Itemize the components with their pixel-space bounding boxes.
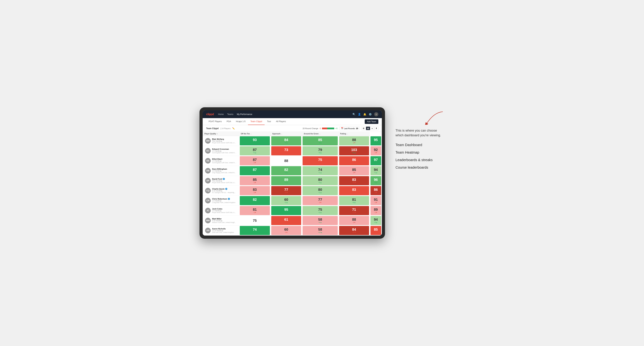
table-row[interactable]: CR Chris Robertson ✓ 1-5 Handicap Craigm…: [203, 196, 382, 206]
metric-value: 103: [351, 148, 357, 152]
grid-view-button[interactable]: ⊞: [362, 127, 366, 130]
nav-teams[interactable]: Teams: [227, 112, 233, 116]
player-avatar: CR: [205, 198, 211, 203]
player-cell-6[interactable]: CR Chris Robertson ✓ 1-5 Handicap Craigm…: [203, 196, 239, 206]
th-off-tee[interactable]: Off the Tee —: [239, 132, 270, 136]
metric-value: 85: [318, 138, 322, 142]
metric-value: 75: [318, 208, 322, 211]
player-name: Elliot Ebert: [212, 158, 236, 160]
metric-box: 74 +1▲: [302, 166, 338, 175]
metric-around-2: 86 -6▼: [338, 156, 370, 166]
player-avatar: AN: [205, 228, 211, 233]
metric-around-5: 83 -6▼: [338, 186, 370, 196]
metric-value: 83: [352, 178, 356, 181]
metric-around-8: 88 -2▼: [338, 216, 370, 226]
annotation-team-heatmap: Team Heatmap: [396, 151, 444, 155]
table-row[interactable]: AN Aaron Nicholls 11-15 Handicap Drift G…: [203, 226, 382, 236]
metric-box: 88 -2▼: [339, 216, 369, 225]
metric-box: 91 -3▼: [370, 196, 381, 205]
th-player-quality[interactable]: Player Quality ▼: [203, 132, 239, 136]
bell-icon[interactable]: 🔔: [363, 113, 366, 116]
metric-value: 77: [284, 188, 288, 191]
player-name: Aaron Nicholls: [212, 228, 236, 230]
annotation-arrow: [396, 111, 444, 125]
table-row[interactable]: EC Edward Crossman 1-5 Handicap Sunningd…: [203, 146, 382, 156]
metric-approach-6: 77 -3▼: [302, 196, 338, 206]
th-approach[interactable]: Approach —: [270, 132, 302, 136]
player-club: Sunningdale Golf Club, United Kingdom: [212, 152, 236, 154]
table-row[interactable]: DB Dave Billingham 1-5 Handicap Gog Mago…: [203, 166, 382, 176]
sub-nav-hcaps[interactable]: Hcaps 1-5: [234, 118, 248, 125]
data-table: Player Quality ▼ Off the Tee — Approach …: [203, 132, 382, 236]
metric-value: 88: [284, 159, 288, 163]
metric-box: 92 -3▼: [370, 146, 381, 155]
player-club: Sunningdale Golf Club, United Kingdom: [212, 162, 236, 164]
search-icon[interactable]: 🔍: [352, 113, 356, 116]
edit-icon[interactable]: ✏️: [232, 127, 235, 130]
metric-quality-7: 81 -3▼: [239, 206, 270, 216]
metric-around-3: 85 -3▼: [338, 166, 370, 176]
settings-icon[interactable]: ⚙️: [369, 113, 372, 116]
metric-value: 85: [352, 168, 356, 172]
player-cell-5[interactable]: CQ Charlie Quick ✓ 6-10 Handicap St. Geo…: [203, 186, 239, 196]
metric-value: 84: [284, 138, 288, 142]
player-cell-7[interactable]: JC Josh Coles 1-5 Handicap Royal North D…: [203, 206, 239, 216]
th-putting[interactable]: Putting —: [338, 132, 370, 136]
metric-box: 85 -4▼: [370, 226, 381, 235]
player-club: Royal North Devon Golf Club, United King…: [212, 142, 236, 144]
round-change-section: 20 Round Change -5 +5: [302, 127, 338, 130]
annotation-team-dashboard: Team Dashboard: [396, 143, 444, 147]
metric-quality-6: 82 +3▲: [239, 196, 270, 206]
sub-nav-tour[interactable]: Tour: [264, 118, 274, 125]
metric-tee-6: 60 +2▲: [270, 196, 302, 206]
player-cell-9[interactable]: AN Aaron Nicholls 11-15 Handicap Drift G…: [203, 226, 239, 236]
add-team-button[interactable]: Add Team: [365, 119, 378, 124]
metric-box: 75 +2▲: [302, 206, 338, 215]
table-row[interactable]: BM Blair McHarg Plus Handicap Royal Nort…: [203, 136, 382, 146]
table-row[interactable]: MM Matt Miller 6-10 Handicap Woburn Golf…: [203, 216, 382, 226]
metric-box: 95 +8▲: [271, 206, 301, 215]
table-header-row: Player Quality ▼ Off the Tee — Approach …: [203, 132, 382, 136]
metric-box: 83 -6▼: [339, 186, 369, 195]
metric-value: 88: [352, 138, 356, 142]
player-cell-2[interactable]: EE Elliot Ebert 1-5 Handicap Sunningdale…: [203, 156, 239, 166]
list-view-button[interactable]: ≡: [370, 127, 374, 130]
metric-putting-4: 96 +3▲: [370, 176, 382, 186]
sub-nav-team-clippd[interactable]: Team Clippd: [248, 118, 264, 125]
metric-quality-9: 74 +8▲: [239, 226, 270, 236]
player-cell-4[interactable]: DF David Ford ✓ Plus Handicap Royal Nort…: [203, 176, 239, 186]
user-icon[interactable]: 👤: [358, 113, 361, 116]
metric-value: 87: [253, 158, 257, 162]
more-view-button[interactable]: ⬇: [374, 127, 378, 130]
player-handicap: 1-5 Handicap: [212, 160, 236, 162]
metric-box: 79 +9▲: [302, 146, 338, 155]
last-rounds-button[interactable]: 📅 Last Rounds: 20: [339, 127, 360, 130]
player-cell-3[interactable]: DB Dave Billingham 1-5 Handicap Gog Mago…: [203, 166, 239, 176]
sub-nav-all-players[interactable]: All Players: [274, 118, 288, 125]
table-row[interactable]: DF David Ford ✓ Plus Handicap Royal Nort…: [203, 176, 382, 186]
annotation-course-leaderboards: Course leaderboards: [396, 166, 444, 170]
player-cell-1[interactable]: EC Edward Crossman 1-5 Handicap Sunningd…: [203, 146, 239, 156]
metric-value: 77: [318, 198, 322, 201]
nav-my-performance[interactable]: My Performance: [237, 112, 252, 116]
metric-tee-3: 82 +4▲: [270, 166, 302, 176]
metric-box: 96 +3▲: [370, 176, 381, 185]
player-handicap: 1-5 Handicap: [212, 200, 236, 202]
metric-box: 87 +4▲: [240, 166, 270, 175]
table-view-button[interactable]: ▦: [366, 127, 370, 130]
sub-nav-pgat[interactable]: PGAT Players: [206, 118, 224, 125]
table-row[interactable]: CQ Charlie Quick ✓ 6-10 Handicap St. Geo…: [203, 186, 382, 196]
player-name: Charlie Quick ✓: [212, 188, 236, 190]
sub-nav-pga[interactable]: PGA: [224, 118, 234, 125]
metric-value: 95: [284, 208, 288, 211]
player-cell-8[interactable]: MM Matt Miller 6-10 Handicap Woburn Golf…: [203, 216, 239, 226]
metric-tee-5: 77 -14▼: [270, 186, 302, 196]
nav-home[interactable]: Home: [218, 112, 224, 116]
user-avatar[interactable]: U: [374, 112, 378, 116]
th-around-green[interactable]: Around the Green —: [302, 132, 338, 136]
metric-value: 58: [318, 218, 322, 221]
metric-box: 80 +1▲: [302, 186, 338, 195]
table-row[interactable]: JC Josh Coles 1-5 Handicap Royal North D…: [203, 206, 382, 216]
player-cell-0[interactable]: BM Blair McHarg Plus Handicap Royal Nort…: [203, 136, 239, 146]
table-row[interactable]: EE Elliot Ebert 1-5 Handicap Sunningdale…: [203, 156, 382, 166]
